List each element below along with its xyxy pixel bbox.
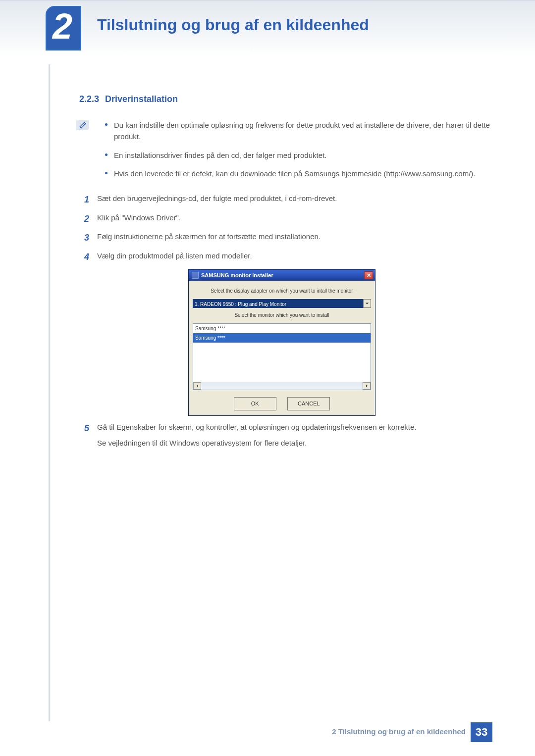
cancel-button[interactable]: CANCEL (287, 397, 330, 410)
left-margin-rule (49, 64, 51, 721)
ok-button[interactable]: OK (234, 397, 276, 410)
step-number: 1 (84, 192, 97, 207)
list-item[interactable]: Samsung **** (193, 324, 371, 333)
section-title: Driverinstallation (105, 94, 178, 104)
installer-dialog: SAMSUNG monitor installer ✕ Select the d… (188, 269, 375, 416)
dialog-titlebar: SAMSUNG monitor installer ✕ (189, 270, 375, 281)
note-bullet: En installationsdriver findes på den cd,… (114, 150, 490, 161)
dialog-body: Select the display adapter on which you … (189, 281, 375, 415)
main-content: 2.2.3Driverinstallation Du kan indstille… (79, 94, 490, 456)
chevron-down-icon[interactable] (363, 299, 371, 308)
step-number: 2 (84, 211, 97, 227)
step-item: 2 Klik på "Windows Driver". (84, 211, 490, 227)
arrow-right-icon[interactable] (363, 382, 371, 390)
chapter-number-badge: 2 (46, 6, 81, 50)
section-number: 2.2.3 (79, 94, 99, 104)
steps-list: 1 Sæt den brugervejlednings-cd, der fulg… (84, 192, 490, 452)
step-item: 5 Gå til Egenskaber for skærm, og kontro… (84, 421, 490, 452)
step-text: Vælg din produktmodel på listen med mode… (97, 250, 490, 265)
section-heading: 2.2.3Driverinstallation (79, 94, 490, 104)
adapter-combobox-value: 1. RADEON 9550 : Plug and Play Monitor (193, 299, 363, 308)
monitor-label: Select the monitor which you want to ins… (193, 311, 371, 319)
dialog-title: SAMSUNG monitor installer (201, 271, 273, 280)
footer-chapter-title: 2 Tilslutning og brug af en kildeenhed (332, 727, 466, 736)
dialog-app-icon (192, 272, 199, 279)
note-bullet-list: Du kan indstille den optimale opløsning … (114, 119, 490, 179)
chapter-number: 2 (53, 6, 72, 47)
step-text: Følg instruktionerne på skærmen for at f… (97, 230, 490, 246)
step-item: 1 Sæt den brugervejlednings-cd, der fulg… (84, 192, 490, 207)
page-footer: 2 Tilslutning og brug af en kildeenhed 3… (0, 722, 535, 742)
page-number-badge: 33 (471, 722, 492, 742)
dialog-button-row: OK CANCEL (193, 397, 371, 410)
note-block: Du kan indstille den optimale opløsning … (79, 119, 490, 179)
step-item: 3 Følg instruktionerne på skærmen for at… (84, 230, 490, 246)
chapter-title: Tilslutning og brug af en kildeenhed (97, 16, 369, 34)
close-icon[interactable]: ✕ (364, 271, 373, 279)
adapter-label: Select the display adapter on which you … (193, 287, 371, 295)
step-number: 5 (84, 421, 97, 452)
installer-screenshot: SAMSUNG monitor installer ✕ Select the d… (188, 269, 490, 416)
arrow-left-icon[interactable] (193, 382, 201, 390)
horizontal-scrollbar[interactable] (193, 382, 371, 390)
step-item: 4 Vælg din produktmodel på listen med mo… (84, 250, 490, 265)
note-pencil-icon (76, 120, 89, 130)
list-item[interactable]: Samsung **** (193, 333, 371, 343)
step-number: 4 (84, 250, 97, 265)
step-text: Klik på "Windows Driver". (97, 211, 490, 227)
step-text: Gå til Egenskaber for skærm, og kontroll… (97, 421, 490, 452)
note-bullet: Du kan indstille den optimale opløsning … (114, 119, 490, 143)
note-bullet: Hvis den leverede fil er defekt, kan du … (114, 168, 490, 179)
step-number: 3 (84, 230, 97, 246)
scrollbar-track[interactable] (201, 382, 363, 390)
adapter-combobox[interactable]: 1. RADEON 9550 : Plug and Play Monitor (193, 299, 371, 308)
step-text: Sæt den brugervejlednings-cd, der fulgte… (97, 192, 490, 207)
monitor-listbox[interactable]: Samsung **** Samsung **** (193, 323, 371, 390)
